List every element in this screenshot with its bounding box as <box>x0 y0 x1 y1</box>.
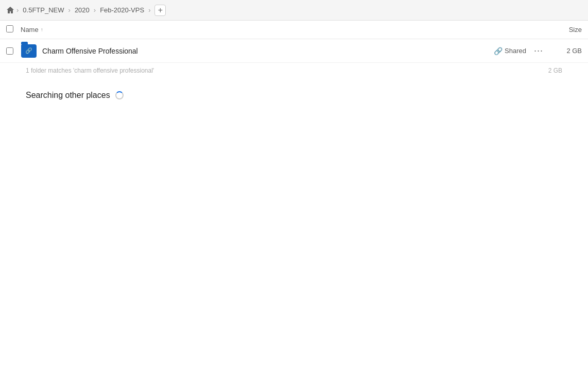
match-count-row: 1 folder matches 'charm offensive profes… <box>0 63 588 78</box>
match-size-text: 2 GB <box>548 67 562 74</box>
shared-label: Shared <box>505 47 526 55</box>
file-checkbox-wrap[interactable] <box>6 47 16 55</box>
shared-badge: 🔗 Shared <box>494 47 526 55</box>
file-icon-wrap: 🔗 <box>21 43 37 59</box>
home-button[interactable] <box>6 6 14 14</box>
file-row[interactable]: 🔗 Charm Offensive Professional 🔗 Shared … <box>0 39 588 63</box>
breadcrumb-item-1[interactable]: 2020 <box>73 5 92 15</box>
breadcrumb-sep-3: › <box>94 6 96 14</box>
match-count-text: 1 folder matches 'charm offensive profes… <box>26 67 154 74</box>
breadcrumb-sep-4: › <box>148 6 150 14</box>
select-all-input[interactable] <box>6 25 13 32</box>
file-name: Charm Offensive Professional <box>42 47 494 55</box>
file-size: 2 GB <box>551 47 582 55</box>
loading-spinner <box>115 91 124 99</box>
breadcrumb-item-0[interactable]: 0.5FTP_NEW <box>21 5 66 15</box>
searching-section: Searching other places <box>0 78 588 112</box>
file-meta: 🔗 Shared ··· 2 GB <box>494 44 582 58</box>
size-column-header: Size <box>551 26 582 33</box>
shared-folder-icon: 🔗 <box>21 44 37 58</box>
breadcrumb-item-2[interactable]: Feb-2020-VPS <box>98 5 146 15</box>
column-header: Name ↑ Size <box>0 21 588 39</box>
more-options-button[interactable]: ··· <box>531 44 546 58</box>
breadcrumb-bar: › 0.5FTP_NEW › 2020 › Feb-2020-VPS › + <box>0 0 588 21</box>
link-mark-icon: 🔗 <box>25 47 32 54</box>
breadcrumb-sep-1: › <box>16 6 19 14</box>
breadcrumb-sep-2: › <box>68 6 71 14</box>
file-checkbox-input[interactable] <box>6 47 13 55</box>
searching-label: Searching other places <box>26 91 110 100</box>
share-link-icon: 🔗 <box>494 47 503 55</box>
name-column-header[interactable]: Name ↑ <box>21 26 551 33</box>
add-breadcrumb-button[interactable]: + <box>154 5 166 16</box>
sort-arrow-icon: ↑ <box>41 27 43 32</box>
select-all-checkbox[interactable] <box>6 25 16 35</box>
